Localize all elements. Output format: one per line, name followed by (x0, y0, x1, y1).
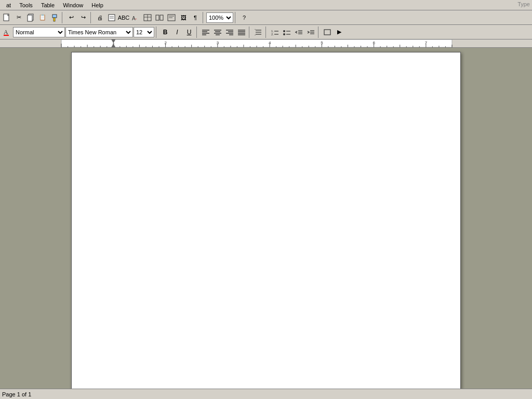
columns-button[interactable] (154, 12, 165, 23)
align-center-button[interactable] (212, 26, 223, 38)
styles-icon (167, 14, 176, 22)
separator-3 (203, 12, 205, 23)
border-button[interactable] (322, 26, 333, 38)
paste-button[interactable]: 📋 (37, 12, 48, 23)
separator-7 (249, 26, 251, 38)
unordered-list-button[interactable] (281, 26, 292, 38)
svg-rect-53 (324, 30, 330, 35)
align-justify-icon (237, 29, 246, 36)
menu-help[interactable]: Help (87, 1, 108, 9)
new-icon (3, 14, 11, 22)
menu-bar: at Tools Table Window Help Type (0, 0, 532, 10)
separator-5 (156, 26, 158, 38)
image-button[interactable]: 🖼 (178, 12, 189, 23)
svg-rect-5 (109, 15, 115, 21)
more-button[interactable]: ▶ (334, 26, 345, 38)
bold-button[interactable]: B (159, 26, 171, 38)
pilcrow-button[interactable]: ¶ (190, 12, 201, 23)
toolbar2: A Normal Heading 1 Heading 2 Heading 3 T… (0, 25, 532, 39)
format-paint-button[interactable] (49, 12, 60, 23)
size-select[interactable]: 12 891011 14161824 (134, 27, 154, 37)
page-info: Page 1 of 1 (2, 391, 31, 397)
autospell-button[interactable]: A~ (130, 12, 141, 23)
unordered-list-icon (283, 29, 291, 36)
style-select[interactable]: Normal Heading 1 Heading 2 Heading 3 (13, 27, 65, 37)
svg-point-45 (283, 33, 285, 35)
document-area (0, 48, 532, 389)
page[interactable] (71, 52, 461, 389)
align-justify-button[interactable] (236, 26, 247, 38)
separator-8 (265, 26, 268, 38)
format-paint-icon (50, 14, 59, 22)
line-spacing-button[interactable] (252, 26, 264, 38)
ordered-list-icon: 1.2. (271, 29, 279, 36)
line-spacing-icon (254, 29, 262, 36)
svg-text:2.: 2. (271, 33, 274, 36)
zoom-select[interactable]: 100% 50% 75% 150% 200% (206, 12, 233, 23)
menu-window[interactable]: Window (59, 1, 87, 9)
preview-button[interactable] (106, 12, 117, 23)
font-color-button[interactable]: A (1, 26, 12, 38)
separator-4 (235, 12, 237, 23)
border-icon (323, 29, 331, 36)
italic-button[interactable]: I (171, 26, 183, 38)
align-right-button[interactable] (224, 26, 235, 38)
svg-rect-4 (54, 18, 55, 21)
align-left-button[interactable] (200, 26, 211, 38)
redo-button[interactable]: ↪ (77, 12, 89, 23)
menu-table[interactable]: Table (37, 1, 59, 9)
status-bar: Page 1 of 1 (0, 389, 532, 399)
new-button[interactable] (1, 12, 12, 23)
align-right-icon (225, 29, 234, 36)
svg-rect-19 (4, 35, 9, 36)
ruler (0, 39, 532, 48)
cut-button[interactable]: ✂ (13, 12, 24, 23)
align-center-icon (214, 29, 222, 36)
type-here-label: Type (517, 1, 530, 7)
toolbar1: ✂ 📋 ↩ ↪ 🖨 ABC A~ 🖼 ¶ 100% 50% 75% 150% 2… (0, 10, 532, 25)
align-left-icon (202, 29, 210, 36)
separator-1 (62, 12, 64, 23)
underline-button[interactable]: U (183, 26, 195, 38)
svg-rect-13 (156, 15, 159, 20)
table-button[interactable] (142, 12, 153, 23)
svg-point-43 (283, 30, 285, 32)
indent-increase-icon (307, 29, 315, 36)
separator-6 (196, 26, 198, 38)
menu-tools[interactable]: Tools (15, 1, 37, 9)
svg-text:~: ~ (135, 17, 137, 21)
print-button[interactable]: 🖨 (94, 12, 105, 23)
font-color-icon: A (3, 28, 11, 36)
svg-rect-2 (28, 15, 32, 21)
ordered-list-button[interactable]: 1.2. (269, 26, 281, 38)
spellcheck-button[interactable]: ABC (118, 12, 129, 23)
columns-icon (155, 14, 164, 22)
svg-text:A: A (4, 29, 8, 36)
indent-increase-button[interactable] (305, 26, 316, 38)
styles-button[interactable] (166, 12, 177, 23)
svg-rect-3 (52, 15, 57, 18)
help-button[interactable]: ? (238, 12, 250, 23)
separator-2 (90, 12, 92, 23)
font-select[interactable]: Times New Roman Arial Courier New Verdan… (65, 27, 133, 37)
undo-button[interactable]: ↩ (65, 12, 77, 23)
menu-at[interactable]: at (2, 1, 15, 9)
autospell-icon: A~ (131, 14, 140, 22)
indent-decrease-icon (295, 29, 303, 36)
copy-icon (26, 14, 35, 22)
copy-button[interactable] (25, 12, 36, 23)
svg-rect-14 (160, 15, 163, 20)
separator-9 (318, 26, 320, 38)
preview-icon (108, 14, 116, 22)
indent-decrease-button[interactable] (293, 26, 304, 38)
table-icon (143, 14, 152, 22)
